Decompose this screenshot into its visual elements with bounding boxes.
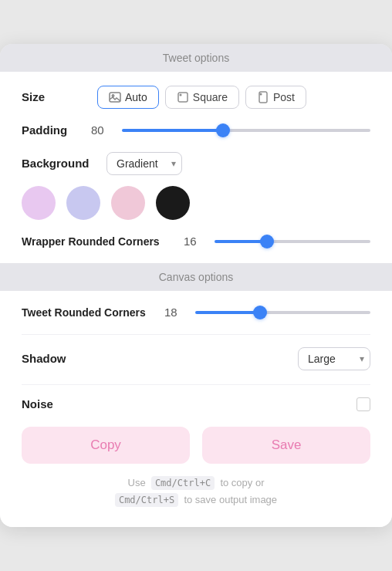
- wrapper-rounded-corners-row: Wrapper Rounded Corners 16: [22, 234, 370, 249]
- canvas-options-body: Tweet Rounded Corners 18 Shadow None Sma…: [0, 291, 392, 527]
- padding-slider-row: 80: [91, 123, 370, 138]
- size-buttons: Auto Square Post: [97, 86, 306, 109]
- tweet-rounded-corners-slider[interactable]: [195, 311, 370, 314]
- tweet-rounded-corners-row: Tweet Rounded Corners 18: [22, 305, 370, 320]
- tweet-rounded-corners-label: Tweet Rounded Corners: [22, 306, 164, 319]
- swatch-pink[interactable]: [111, 186, 145, 220]
- swatch-periwinkle[interactable]: [66, 186, 100, 220]
- shadow-label: Shadow: [22, 352, 91, 365]
- shadow-select-wrapper: None Small Medium Large ▾: [298, 347, 370, 370]
- divider-1: [22, 334, 370, 335]
- copy-button[interactable]: Copy: [22, 427, 190, 464]
- padding-value: 80: [91, 123, 113, 137]
- size-square-button[interactable]: Square: [165, 86, 239, 109]
- background-select-wrapper: Gradient Solid None ▾: [106, 152, 182, 175]
- svg-rect-2: [178, 93, 188, 102]
- color-swatches: [22, 186, 370, 220]
- save-button[interactable]: Save: [202, 427, 370, 464]
- action-row: Copy Save: [22, 427, 370, 464]
- square-icon: [177, 91, 189, 103]
- panel: Tweet options Size Auto: [0, 44, 392, 527]
- divider-2: [22, 384, 370, 385]
- noise-label: Noise: [22, 397, 91, 411]
- noise-row: Noise: [22, 397, 370, 411]
- swatch-black[interactable]: [156, 186, 190, 220]
- tweet-rounded-corners-value: 18: [164, 306, 186, 319]
- image-icon: [109, 91, 121, 103]
- hint-text: Use Cmd/Ctrl+C to copy or Cmd/Ctrl+S to …: [22, 475, 370, 508]
- save-shortcut: Cmd/Ctrl+S: [115, 493, 178, 507]
- tweet-options-body: Size Auto Square: [0, 72, 392, 263]
- shadow-select[interactable]: None Small Medium Large: [298, 347, 370, 370]
- padding-row: Padding 80: [22, 123, 370, 138]
- canvas-options-header: Canvas options: [0, 263, 392, 291]
- background-row: Background Gradient Solid None ▾: [22, 152, 370, 175]
- hint-line1: Use Cmd/Ctrl+C to copy or: [128, 477, 265, 488]
- wrapper-rounded-corners-slider-row: 16: [184, 234, 370, 249]
- padding-slider[interactable]: [122, 129, 370, 132]
- wrapper-rounded-corners-label: Wrapper Rounded Corners: [22, 235, 184, 248]
- tweet-options-header: Tweet options: [0, 44, 392, 72]
- background-label: Background: [22, 157, 106, 170]
- hint-line2: Cmd/Ctrl+S to save output image: [115, 494, 277, 505]
- copy-shortcut: Cmd/Ctrl+C: [151, 476, 215, 490]
- wrapper-rounded-corners-value: 16: [184, 235, 205, 248]
- tweet-rounded-corners-slider-row: 18: [164, 305, 370, 320]
- svg-point-3: [180, 94, 181, 96]
- size-row: Size Auto Square: [22, 86, 370, 109]
- wrapper-rounded-corners-slider[interactable]: [215, 240, 370, 243]
- wrapper-rounded-corners-slider-container: [215, 234, 370, 249]
- padding-slider-container: [122, 123, 370, 138]
- svg-point-5: [260, 93, 262, 95]
- post-icon: [257, 91, 269, 103]
- size-post-button[interactable]: Post: [245, 86, 306, 109]
- size-label: Size: [22, 90, 91, 103]
- tweet-rounded-corners-slider-container: [195, 305, 370, 320]
- padding-label: Padding: [22, 123, 91, 137]
- svg-point-1: [112, 95, 113, 96]
- background-select[interactable]: Gradient Solid None: [106, 152, 182, 175]
- swatch-lavender[interactable]: [22, 186, 56, 220]
- shadow-row: Shadow None Small Medium Large ▾: [22, 347, 370, 370]
- size-auto-button[interactable]: Auto: [97, 86, 159, 109]
- noise-checkbox[interactable]: [357, 397, 370, 411]
